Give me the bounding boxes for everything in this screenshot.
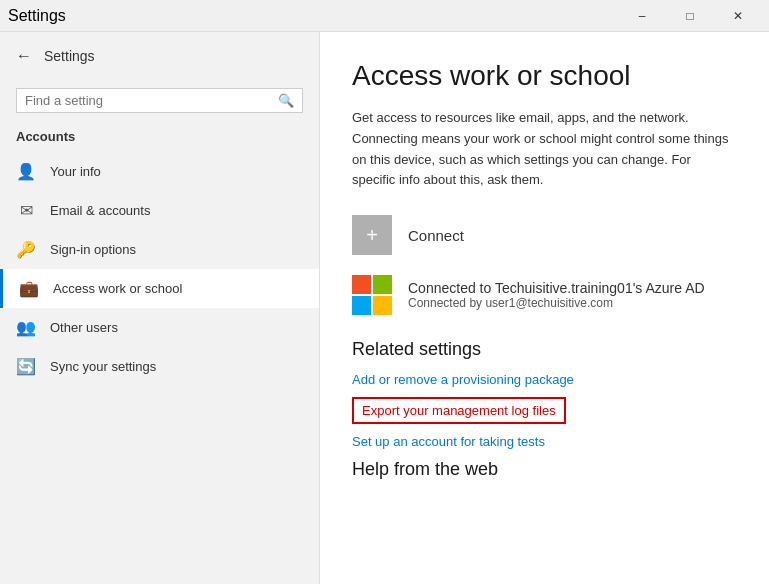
sidebar-item-sign-in-options[interactable]: 🔑 Sign-in options bbox=[0, 230, 319, 269]
sidebar-header: ← Settings bbox=[0, 32, 319, 80]
connect-label: Connect bbox=[408, 227, 464, 244]
sidebar-label-access-work-school: Access work or school bbox=[53, 281, 182, 296]
sidebar-label-sign-in-options: Sign-in options bbox=[50, 242, 136, 257]
back-icon: ← bbox=[16, 47, 32, 65]
titlebar-controls: – □ ✕ bbox=[619, 0, 761, 32]
main-panel: Access work or school Get access to reso… bbox=[320, 32, 769, 584]
sidebar-label-email-accounts: Email & accounts bbox=[50, 203, 150, 218]
ms-logo-red bbox=[352, 275, 371, 294]
microsoft-logo bbox=[352, 275, 392, 315]
sidebar-label-other-users: Other users bbox=[50, 320, 118, 335]
sidebar-label-your-info: Your info bbox=[50, 164, 101, 179]
provisioning-link[interactable]: Add or remove a provisioning package bbox=[352, 372, 737, 387]
connect-plus-icon: + bbox=[366, 224, 378, 247]
page-title: Access work or school bbox=[352, 60, 737, 92]
connect-item: + Connect bbox=[352, 215, 737, 255]
azure-connection-item: Connected to Techuisitive.training01's A… bbox=[352, 275, 737, 315]
search-box: 🔍 bbox=[16, 88, 303, 113]
app-container: ← Settings 🔍 Accounts 👤 Your info ✉ Emai… bbox=[0, 32, 769, 584]
help-from-web-title: Help from the web bbox=[352, 459, 737, 480]
sidebar-item-your-info[interactable]: 👤 Your info bbox=[0, 152, 319, 191]
azure-connection-title: Connected to Techuisitive.training01's A… bbox=[408, 280, 705, 296]
sidebar-nav: 👤 Your info ✉ Email & accounts 🔑 Sign-in… bbox=[0, 152, 319, 386]
page-description: Get access to resources like email, apps… bbox=[352, 108, 737, 191]
sign-in-options-icon: 🔑 bbox=[16, 240, 36, 259]
search-icon-button[interactable]: 🔍 bbox=[278, 93, 294, 108]
titlebar-title: Settings bbox=[8, 7, 66, 25]
email-accounts-icon: ✉ bbox=[16, 201, 36, 220]
sidebar-item-other-users[interactable]: 👥 Other users bbox=[0, 308, 319, 347]
taking-tests-link[interactable]: Set up an account for taking tests bbox=[352, 434, 737, 449]
azure-connection-subtitle: Connected by user1@techuisitive.com bbox=[408, 296, 705, 310]
sidebar: ← Settings 🔍 Accounts 👤 Your info ✉ Emai… bbox=[0, 32, 320, 584]
connect-button[interactable]: + bbox=[352, 215, 392, 255]
ms-logo-yellow bbox=[373, 296, 392, 315]
sidebar-label-sync-settings: Sync your settings bbox=[50, 359, 156, 374]
sidebar-item-sync-settings[interactable]: 🔄 Sync your settings bbox=[0, 347, 319, 386]
titlebar-left: Settings bbox=[8, 7, 66, 25]
titlebar: Settings – □ ✕ bbox=[0, 0, 769, 32]
sidebar-item-access-work-school[interactable]: 💼 Access work or school bbox=[0, 269, 319, 308]
sidebar-app-title: Settings bbox=[44, 48, 95, 64]
ms-logo-blue bbox=[352, 296, 371, 315]
sidebar-section-title: Accounts bbox=[0, 125, 319, 152]
minimize-button[interactable]: – bbox=[619, 0, 665, 32]
search-input[interactable] bbox=[25, 93, 278, 108]
maximize-button[interactable]: □ bbox=[667, 0, 713, 32]
related-settings-title: Related settings bbox=[352, 339, 737, 360]
export-logs-link[interactable]: Export your management log files bbox=[352, 397, 566, 424]
sync-settings-icon: 🔄 bbox=[16, 357, 36, 376]
back-button[interactable]: ← bbox=[16, 47, 32, 65]
access-work-school-icon: 💼 bbox=[19, 279, 39, 298]
other-users-icon: 👥 bbox=[16, 318, 36, 337]
close-button[interactable]: ✕ bbox=[715, 0, 761, 32]
sidebar-item-email-accounts[interactable]: ✉ Email & accounts bbox=[0, 191, 319, 230]
ms-logo-green bbox=[373, 275, 392, 294]
your-info-icon: 👤 bbox=[16, 162, 36, 181]
azure-info: Connected to Techuisitive.training01's A… bbox=[408, 280, 705, 310]
